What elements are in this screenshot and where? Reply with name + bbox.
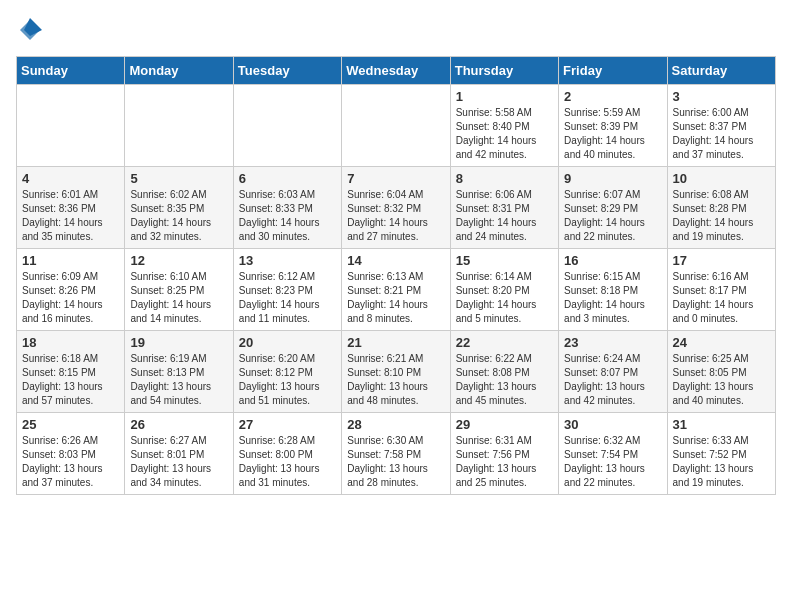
day-info: Sunrise: 6:01 AM Sunset: 8:36 PM Dayligh… (22, 188, 119, 244)
day-number: 31 (673, 417, 770, 432)
day-info: Sunrise: 6:28 AM Sunset: 8:00 PM Dayligh… (239, 434, 336, 490)
day-info: Sunrise: 6:27 AM Sunset: 8:01 PM Dayligh… (130, 434, 227, 490)
day-info: Sunrise: 6:08 AM Sunset: 8:28 PM Dayligh… (673, 188, 770, 244)
day-info: Sunrise: 6:33 AM Sunset: 7:52 PM Dayligh… (673, 434, 770, 490)
day-info: Sunrise: 6:09 AM Sunset: 8:26 PM Dayligh… (22, 270, 119, 326)
day-info: Sunrise: 6:30 AM Sunset: 7:58 PM Dayligh… (347, 434, 444, 490)
day-number: 23 (564, 335, 661, 350)
day-info: Sunrise: 6:25 AM Sunset: 8:05 PM Dayligh… (673, 352, 770, 408)
weekday-header-friday: Friday (559, 57, 667, 85)
day-info: Sunrise: 6:26 AM Sunset: 8:03 PM Dayligh… (22, 434, 119, 490)
day-number: 4 (22, 171, 119, 186)
calendar-cell: 3Sunrise: 6:00 AM Sunset: 8:37 PM Daylig… (667, 85, 775, 167)
calendar-cell: 25Sunrise: 6:26 AM Sunset: 8:03 PM Dayli… (17, 413, 125, 495)
calendar-cell: 4Sunrise: 6:01 AM Sunset: 8:36 PM Daylig… (17, 167, 125, 249)
day-number: 21 (347, 335, 444, 350)
day-number: 30 (564, 417, 661, 432)
day-info: Sunrise: 6:22 AM Sunset: 8:08 PM Dayligh… (456, 352, 553, 408)
calendar-cell: 20Sunrise: 6:20 AM Sunset: 8:12 PM Dayli… (233, 331, 341, 413)
day-number: 24 (673, 335, 770, 350)
calendar-cell: 5Sunrise: 6:02 AM Sunset: 8:35 PM Daylig… (125, 167, 233, 249)
calendar-cell: 27Sunrise: 6:28 AM Sunset: 8:00 PM Dayli… (233, 413, 341, 495)
calendar-cell: 28Sunrise: 6:30 AM Sunset: 7:58 PM Dayli… (342, 413, 450, 495)
day-info: Sunrise: 6:24 AM Sunset: 8:07 PM Dayligh… (564, 352, 661, 408)
calendar-cell: 11Sunrise: 6:09 AM Sunset: 8:26 PM Dayli… (17, 249, 125, 331)
day-info: Sunrise: 6:18 AM Sunset: 8:15 PM Dayligh… (22, 352, 119, 408)
calendar-cell: 24Sunrise: 6:25 AM Sunset: 8:05 PM Dayli… (667, 331, 775, 413)
calendar-cell: 29Sunrise: 6:31 AM Sunset: 7:56 PM Dayli… (450, 413, 558, 495)
day-info: Sunrise: 5:59 AM Sunset: 8:39 PM Dayligh… (564, 106, 661, 162)
day-info: Sunrise: 6:19 AM Sunset: 8:13 PM Dayligh… (130, 352, 227, 408)
day-number: 12 (130, 253, 227, 268)
day-number: 7 (347, 171, 444, 186)
calendar-cell: 10Sunrise: 6:08 AM Sunset: 8:28 PM Dayli… (667, 167, 775, 249)
calendar-cell: 15Sunrise: 6:14 AM Sunset: 8:20 PM Dayli… (450, 249, 558, 331)
calendar-cell: 9Sunrise: 6:07 AM Sunset: 8:29 PM Daylig… (559, 167, 667, 249)
weekday-header-thursday: Thursday (450, 57, 558, 85)
day-number: 26 (130, 417, 227, 432)
day-number: 3 (673, 89, 770, 104)
calendar-cell: 12Sunrise: 6:10 AM Sunset: 8:25 PM Dayli… (125, 249, 233, 331)
calendar-cell (342, 85, 450, 167)
day-number: 16 (564, 253, 661, 268)
weekday-header-saturday: Saturday (667, 57, 775, 85)
calendar-cell: 19Sunrise: 6:19 AM Sunset: 8:13 PM Dayli… (125, 331, 233, 413)
calendar-cell: 7Sunrise: 6:04 AM Sunset: 8:32 PM Daylig… (342, 167, 450, 249)
day-number: 18 (22, 335, 119, 350)
day-info: Sunrise: 6:06 AM Sunset: 8:31 PM Dayligh… (456, 188, 553, 244)
calendar-cell: 22Sunrise: 6:22 AM Sunset: 8:08 PM Dayli… (450, 331, 558, 413)
day-info: Sunrise: 6:31 AM Sunset: 7:56 PM Dayligh… (456, 434, 553, 490)
day-info: Sunrise: 6:03 AM Sunset: 8:33 PM Dayligh… (239, 188, 336, 244)
weekday-header-tuesday: Tuesday (233, 57, 341, 85)
week-row-5: 25Sunrise: 6:26 AM Sunset: 8:03 PM Dayli… (17, 413, 776, 495)
day-number: 28 (347, 417, 444, 432)
day-info: Sunrise: 6:13 AM Sunset: 8:21 PM Dayligh… (347, 270, 444, 326)
day-info: Sunrise: 6:04 AM Sunset: 8:32 PM Dayligh… (347, 188, 444, 244)
day-number: 8 (456, 171, 553, 186)
calendar-cell: 2Sunrise: 5:59 AM Sunset: 8:39 PM Daylig… (559, 85, 667, 167)
day-info: Sunrise: 6:15 AM Sunset: 8:18 PM Dayligh… (564, 270, 661, 326)
day-number: 13 (239, 253, 336, 268)
calendar-cell: 23Sunrise: 6:24 AM Sunset: 8:07 PM Dayli… (559, 331, 667, 413)
weekday-header-monday: Monday (125, 57, 233, 85)
week-row-3: 11Sunrise: 6:09 AM Sunset: 8:26 PM Dayli… (17, 249, 776, 331)
calendar-cell (233, 85, 341, 167)
day-number: 1 (456, 89, 553, 104)
calendar-cell: 13Sunrise: 6:12 AM Sunset: 8:23 PM Dayli… (233, 249, 341, 331)
page-header (16, 16, 776, 44)
day-info: Sunrise: 6:12 AM Sunset: 8:23 PM Dayligh… (239, 270, 336, 326)
day-info: Sunrise: 6:02 AM Sunset: 8:35 PM Dayligh… (130, 188, 227, 244)
calendar-cell: 1Sunrise: 5:58 AM Sunset: 8:40 PM Daylig… (450, 85, 558, 167)
day-number: 11 (22, 253, 119, 268)
day-number: 15 (456, 253, 553, 268)
calendar-table: SundayMondayTuesdayWednesdayThursdayFrid… (16, 56, 776, 495)
calendar-cell: 30Sunrise: 6:32 AM Sunset: 7:54 PM Dayli… (559, 413, 667, 495)
weekday-header-row: SundayMondayTuesdayWednesdayThursdayFrid… (17, 57, 776, 85)
day-info: Sunrise: 6:07 AM Sunset: 8:29 PM Dayligh… (564, 188, 661, 244)
day-number: 25 (22, 417, 119, 432)
day-number: 10 (673, 171, 770, 186)
calendar-cell: 16Sunrise: 6:15 AM Sunset: 8:18 PM Dayli… (559, 249, 667, 331)
day-number: 20 (239, 335, 336, 350)
day-info: Sunrise: 6:14 AM Sunset: 8:20 PM Dayligh… (456, 270, 553, 326)
calendar-cell: 31Sunrise: 6:33 AM Sunset: 7:52 PM Dayli… (667, 413, 775, 495)
calendar-cell: 21Sunrise: 6:21 AM Sunset: 8:10 PM Dayli… (342, 331, 450, 413)
day-number: 22 (456, 335, 553, 350)
day-info: Sunrise: 6:20 AM Sunset: 8:12 PM Dayligh… (239, 352, 336, 408)
day-info: Sunrise: 6:32 AM Sunset: 7:54 PM Dayligh… (564, 434, 661, 490)
day-number: 9 (564, 171, 661, 186)
calendar-cell: 8Sunrise: 6:06 AM Sunset: 8:31 PM Daylig… (450, 167, 558, 249)
weekday-header-wednesday: Wednesday (342, 57, 450, 85)
day-number: 6 (239, 171, 336, 186)
day-number: 14 (347, 253, 444, 268)
logo (16, 16, 48, 44)
day-number: 5 (130, 171, 227, 186)
week-row-1: 1Sunrise: 5:58 AM Sunset: 8:40 PM Daylig… (17, 85, 776, 167)
day-info: Sunrise: 6:00 AM Sunset: 8:37 PM Dayligh… (673, 106, 770, 162)
week-row-4: 18Sunrise: 6:18 AM Sunset: 8:15 PM Dayli… (17, 331, 776, 413)
day-number: 19 (130, 335, 227, 350)
calendar-cell: 6Sunrise: 6:03 AM Sunset: 8:33 PM Daylig… (233, 167, 341, 249)
calendar-cell: 18Sunrise: 6:18 AM Sunset: 8:15 PM Dayli… (17, 331, 125, 413)
day-number: 29 (456, 417, 553, 432)
week-row-2: 4Sunrise: 6:01 AM Sunset: 8:36 PM Daylig… (17, 167, 776, 249)
